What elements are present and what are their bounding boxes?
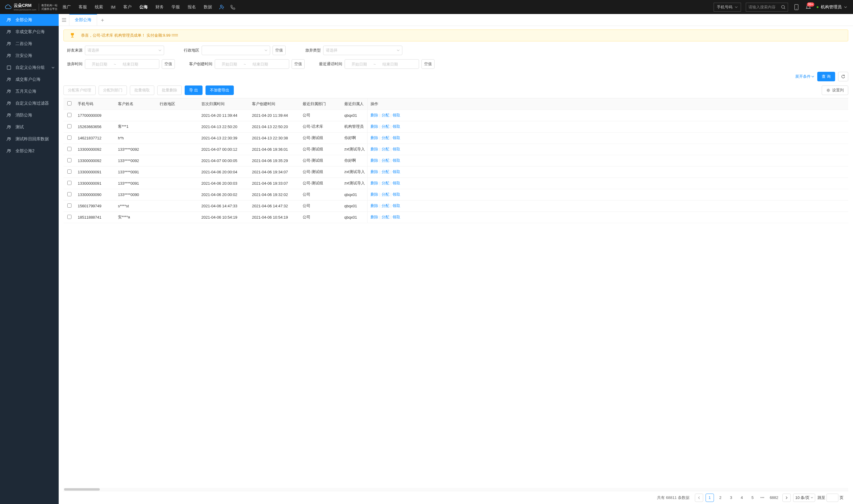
row-assign-link[interactable]: 分配: [382, 124, 389, 129]
nav-item-4[interactable]: 客户: [120, 0, 135, 14]
region-select[interactable]: [202, 46, 270, 55]
row-checkbox[interactable]: [67, 113, 72, 117]
bell-icon[interactable]: 99+: [805, 4, 812, 11]
row-assign-link[interactable]: 分配: [382, 215, 389, 219]
row-claim-link[interactable]: 领取: [393, 136, 400, 140]
row-assign-link[interactable]: 分配: [382, 181, 389, 185]
row-delete-link[interactable]: 删除: [370, 181, 378, 185]
page-size-select[interactable]: 10 条/页: [793, 493, 815, 502]
sidebar-item-10[interactable]: 测试昨日回库数据: [0, 133, 59, 145]
tab-all-pool[interactable]: 全部公海: [69, 14, 97, 25]
sidebar-item-6[interactable]: 五月天公海: [0, 86, 59, 97]
row-delete-link[interactable]: 删除: [370, 169, 378, 174]
row-checkbox[interactable]: [67, 203, 72, 208]
abandon-start-input[interactable]: [88, 62, 111, 67]
nav-item-7[interactable]: 学服: [168, 0, 184, 14]
sidebar-item-8[interactable]: 消防公海: [0, 109, 59, 121]
nav-item-9[interactable]: 数据: [200, 0, 216, 14]
row-claim-link[interactable]: 领取: [393, 169, 400, 174]
page-1-button[interactable]: 1: [706, 493, 714, 502]
lastcall-start-input[interactable]: [347, 62, 371, 67]
expand-filters-link[interactable]: 展开条件: [795, 74, 814, 79]
page-5-button[interactable]: 5: [748, 493, 757, 502]
prev-page-button[interactable]: [695, 493, 703, 502]
row-checkbox[interactable]: [67, 169, 72, 174]
tab-add-button[interactable]: ＋: [97, 14, 108, 25]
lastcall-null-button[interactable]: 空值: [421, 59, 435, 69]
row-delete-link[interactable]: 删除: [370, 192, 378, 197]
add-user-icon[interactable]: [219, 4, 225, 10]
row-delete-link[interactable]: 删除: [370, 203, 378, 208]
row-delete-link[interactable]: 删除: [370, 113, 378, 118]
abandon-time-range[interactable]: ~: [85, 59, 159, 69]
lastcall-end-input[interactable]: [378, 62, 402, 67]
mobile-icon[interactable]: [793, 4, 800, 11]
row-claim-link[interactable]: 领取: [393, 113, 400, 118]
export-button[interactable]: 导 出: [185, 86, 202, 95]
nav-item-3[interactable]: IM: [107, 0, 120, 14]
abandon-type-select[interactable]: 请选择: [323, 46, 402, 55]
row-checkbox[interactable]: [67, 158, 72, 162]
row-delete-link[interactable]: 删除: [370, 136, 378, 140]
page-3-button[interactable]: 3: [727, 493, 736, 502]
next-page-button[interactable]: [782, 493, 791, 502]
row-assign-link[interactable]: 分配: [382, 203, 389, 208]
sidebar-item-4[interactable]: 自定义公海分组: [0, 62, 59, 74]
row-assign-link[interactable]: 分配: [382, 147, 389, 151]
nav-item-6[interactable]: 财务: [151, 0, 168, 14]
row-claim-link[interactable]: 领取: [393, 181, 400, 185]
row-checkbox[interactable]: [67, 124, 72, 128]
sidebar-item-11[interactable]: 全部公海2: [0, 145, 59, 157]
row-claim-link[interactable]: 领取: [393, 147, 400, 151]
source-select[interactable]: 请选择: [85, 46, 164, 55]
sidebar-item-0[interactable]: 全部公海: [0, 14, 59, 26]
row-assign-link[interactable]: 分配: [382, 169, 389, 174]
row-assign-link[interactable]: 分配: [382, 113, 389, 118]
row-checkbox[interactable]: [67, 136, 72, 140]
row-claim-link[interactable]: 领取: [393, 124, 400, 129]
row-claim-link[interactable]: 领取: [393, 203, 400, 208]
sidebar-item-1[interactable]: 非成交客户公海: [0, 26, 59, 38]
abandon-end-input[interactable]: [119, 62, 142, 67]
nav-item-0[interactable]: 推广: [59, 0, 75, 14]
page-2-button[interactable]: 2: [716, 493, 725, 502]
row-assign-link[interactable]: 分配: [382, 192, 389, 197]
tabs-toggle-icon[interactable]: [59, 14, 69, 25]
nav-item-5[interactable]: 公海: [135, 0, 151, 14]
horizontal-scrollbar[interactable]: [63, 488, 848, 491]
search-input[interactable]: [746, 5, 779, 9]
sidebar-item-2[interactable]: 二咨公海: [0, 38, 59, 50]
sidebar-item-7[interactable]: 自定义公海过滤器: [0, 97, 59, 109]
sidebar-item-5[interactable]: 成交客户公海: [0, 74, 59, 86]
row-delete-link[interactable]: 删除: [370, 158, 378, 163]
assign-manager-button[interactable]: 分配客户经理: [63, 86, 96, 95]
batch-delete-button[interactable]: 批量删除: [157, 86, 182, 95]
page-4-button[interactable]: 4: [738, 493, 746, 502]
assign-dept-button[interactable]: 分配到部门: [98, 86, 127, 95]
row-delete-link[interactable]: 删除: [370, 124, 378, 129]
query-button[interactable]: 查 询: [817, 72, 835, 81]
row-checkbox[interactable]: [67, 215, 72, 219]
row-claim-link[interactable]: 领取: [393, 215, 400, 219]
last-call-range[interactable]: ~: [345, 59, 419, 69]
create-time-null-button[interactable]: 空值: [292, 59, 305, 69]
page-last-button[interactable]: 6882: [768, 493, 780, 502]
batch-claim-button[interactable]: 批量领取: [130, 86, 154, 95]
row-checkbox[interactable]: [67, 192, 72, 196]
create-start-input[interactable]: [217, 62, 241, 67]
user-menu[interactable]: 机构管理员: [817, 4, 847, 10]
row-checkbox[interactable]: [67, 181, 72, 185]
row-claim-link[interactable]: 领取: [393, 192, 400, 197]
refresh-button[interactable]: [838, 72, 848, 81]
set-columns-button[interactable]: 设置列: [822, 86, 848, 95]
row-delete-link[interactable]: 删除: [370, 147, 378, 151]
create-time-range[interactable]: ~: [215, 59, 289, 69]
sidebar-item-3[interactable]: 注安公海: [0, 50, 59, 62]
select-all-checkbox[interactable]: [67, 101, 72, 105]
row-delete-link[interactable]: 删除: [370, 215, 378, 219]
jump-input[interactable]: [827, 493, 838, 502]
search-type-select[interactable]: 手机号码: [714, 3, 741, 12]
phone-icon[interactable]: [230, 4, 236, 10]
nav-item-8[interactable]: 报名: [184, 0, 200, 14]
nav-item-2[interactable]: 线索: [91, 0, 107, 14]
